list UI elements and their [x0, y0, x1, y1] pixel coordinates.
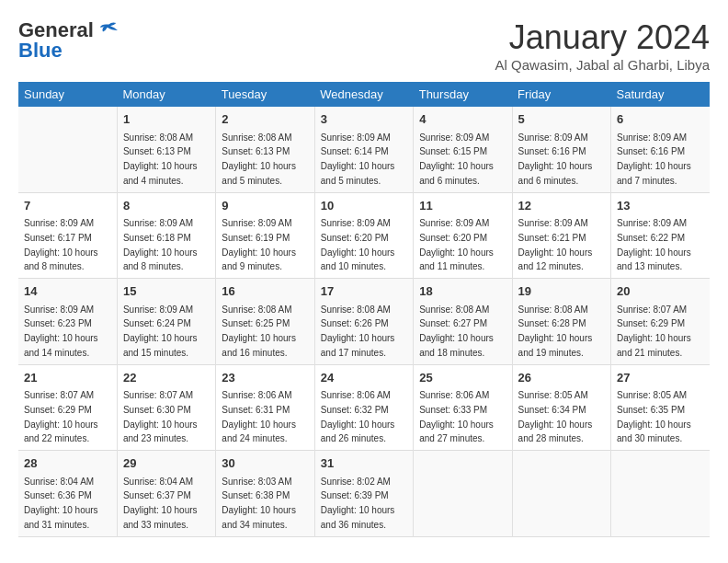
- calendar-cell: 16Sunrise: 8:08 AMSunset: 6:25 PMDayligh…: [216, 279, 314, 365]
- title-section: January 2024 Al Qawasim, Jabal al Gharbi…: [495, 18, 710, 73]
- day-number: 2: [222, 110, 308, 129]
- calendar-cell: [18, 107, 117, 192]
- calendar-cell: 3Sunrise: 8:09 AMSunset: 6:14 PMDaylight…: [314, 107, 413, 192]
- cell-info: Sunrise: 8:09 AMSunset: 6:20 PMDaylight:…: [321, 218, 395, 271]
- cell-info: Sunrise: 8:05 AMSunset: 6:34 PMDaylight:…: [518, 390, 593, 443]
- calendar-cell: 19Sunrise: 8:08 AMSunset: 6:28 PMDayligh…: [512, 279, 610, 365]
- calendar-week-row: 28Sunrise: 8:04 AMSunset: 6:36 PMDayligh…: [18, 451, 710, 537]
- calendar-week-row: 1Sunrise: 8:08 AMSunset: 6:13 PMDaylight…: [18, 107, 710, 192]
- cell-info: Sunrise: 8:03 AMSunset: 6:38 PMDaylight:…: [222, 477, 296, 530]
- day-number: 16: [222, 282, 308, 301]
- calendar-cell: 27Sunrise: 8:05 AMSunset: 6:35 PMDayligh…: [611, 364, 710, 451]
- calendar-cell: 31Sunrise: 8:02 AMSunset: 6:39 PMDayligh…: [314, 451, 413, 537]
- location-title: Al Qawasim, Jabal al Gharbi, Libya: [495, 57, 710, 73]
- day-number: 20: [617, 282, 704, 301]
- day-number: 24: [321, 369, 407, 387]
- calendar-cell: 30Sunrise: 8:03 AMSunset: 6:38 PMDayligh…: [216, 451, 314, 537]
- cell-info: Sunrise: 8:09 AMSunset: 6:23 PMDaylight:…: [24, 304, 98, 358]
- calendar-cell: 18Sunrise: 8:08 AMSunset: 6:27 PMDayligh…: [414, 279, 512, 365]
- calendar-cell: 1Sunrise: 8:08 AMSunset: 6:13 PMDaylight…: [117, 107, 215, 192]
- day-number: 30: [222, 454, 308, 473]
- header-thursday: Thursday: [414, 82, 512, 107]
- logo: General Blue: [18, 18, 118, 63]
- day-number: 26: [518, 369, 605, 387]
- cell-info: Sunrise: 8:06 AMSunset: 6:31 PMDaylight:…: [222, 390, 296, 443]
- header-monday: Monday: [117, 82, 215, 107]
- cell-info: Sunrise: 8:07 AMSunset: 6:29 PMDaylight:…: [617, 304, 691, 358]
- day-number: 10: [321, 197, 407, 215]
- cell-info: Sunrise: 8:04 AMSunset: 6:36 PMDaylight:…: [24, 477, 98, 530]
- calendar-cell: 12Sunrise: 8:09 AMSunset: 6:21 PMDayligh…: [512, 192, 610, 279]
- calendar-cell: 20Sunrise: 8:07 AMSunset: 6:29 PMDayligh…: [611, 279, 710, 365]
- calendar-cell: 11Sunrise: 8:09 AMSunset: 6:20 PMDayligh…: [414, 192, 512, 279]
- calendar-cell: 15Sunrise: 8:09 AMSunset: 6:24 PMDayligh…: [117, 279, 215, 365]
- calendar-cell: [414, 451, 512, 537]
- cell-info: Sunrise: 8:09 AMSunset: 6:20 PMDaylight:…: [419, 218, 494, 271]
- cell-info: Sunrise: 8:08 AMSunset: 6:13 PMDaylight:…: [222, 132, 296, 186]
- day-number: 15: [123, 282, 210, 301]
- calendar-header-row: Sunday Monday Tuesday Wednesday Thursday…: [18, 82, 710, 107]
- cell-info: Sunrise: 8:09 AMSunset: 6:17 PMDaylight:…: [24, 218, 98, 271]
- calendar-cell: 8Sunrise: 8:09 AMSunset: 6:18 PMDaylight…: [117, 192, 215, 279]
- day-number: 17: [321, 282, 407, 301]
- day-number: 13: [617, 197, 704, 215]
- day-number: 25: [419, 369, 506, 387]
- calendar-week-row: 7Sunrise: 8:09 AMSunset: 6:17 PMDaylight…: [18, 192, 710, 279]
- calendar-cell: 21Sunrise: 8:07 AMSunset: 6:29 PMDayligh…: [18, 364, 117, 451]
- cell-info: Sunrise: 8:07 AMSunset: 6:29 PMDaylight:…: [24, 390, 98, 443]
- cell-info: Sunrise: 8:05 AMSunset: 6:35 PMDaylight:…: [617, 390, 691, 443]
- header-saturday: Saturday: [611, 82, 710, 107]
- day-number: 21: [24, 369, 111, 387]
- day-number: 28: [24, 454, 111, 473]
- day-number: 19: [518, 282, 605, 301]
- header-wednesday: Wednesday: [314, 82, 413, 107]
- day-number: 27: [617, 369, 704, 387]
- day-number: 14: [24, 282, 111, 301]
- header-tuesday: Tuesday: [216, 82, 314, 107]
- day-number: 4: [419, 110, 506, 129]
- cell-info: Sunrise: 8:09 AMSunset: 6:16 PMDaylight:…: [617, 132, 691, 186]
- day-number: 11: [419, 197, 506, 215]
- logo-bird-icon: [96, 21, 118, 40]
- cell-info: Sunrise: 8:06 AMSunset: 6:32 PMDaylight:…: [321, 390, 395, 443]
- day-number: 12: [518, 197, 605, 215]
- day-number: 8: [123, 197, 210, 215]
- calendar-cell: [611, 451, 710, 537]
- calendar-cell: 14Sunrise: 8:09 AMSunset: 6:23 PMDayligh…: [18, 279, 117, 365]
- cell-info: Sunrise: 8:09 AMSunset: 6:24 PMDaylight:…: [123, 304, 198, 358]
- calendar-cell: 6Sunrise: 8:09 AMSunset: 6:16 PMDaylight…: [611, 107, 710, 192]
- cell-info: Sunrise: 8:09 AMSunset: 6:22 PMDaylight:…: [617, 218, 691, 271]
- month-title: January 2024: [495, 18, 710, 57]
- cell-info: Sunrise: 8:06 AMSunset: 6:33 PMDaylight:…: [419, 390, 494, 443]
- calendar-cell: 17Sunrise: 8:08 AMSunset: 6:26 PMDayligh…: [314, 279, 413, 365]
- page-header: General Blue January 2024 Al Qawasim, Ja…: [18, 18, 710, 73]
- day-number: 22: [123, 369, 210, 387]
- day-number: 5: [518, 110, 605, 129]
- cell-info: Sunrise: 8:09 AMSunset: 6:14 PMDaylight:…: [321, 132, 395, 186]
- cell-info: Sunrise: 8:08 AMSunset: 6:27 PMDaylight:…: [419, 304, 494, 358]
- cell-info: Sunrise: 8:09 AMSunset: 6:18 PMDaylight:…: [123, 218, 198, 271]
- calendar-cell: 24Sunrise: 8:06 AMSunset: 6:32 PMDayligh…: [314, 364, 413, 451]
- calendar-cell: 10Sunrise: 8:09 AMSunset: 6:20 PMDayligh…: [314, 192, 413, 279]
- calendar-cell: 22Sunrise: 8:07 AMSunset: 6:30 PMDayligh…: [117, 364, 215, 451]
- cell-info: Sunrise: 8:08 AMSunset: 6:26 PMDaylight:…: [321, 304, 395, 358]
- logo-blue: Blue: [18, 39, 63, 63]
- day-number: 6: [617, 110, 704, 129]
- calendar-cell: 5Sunrise: 8:09 AMSunset: 6:16 PMDaylight…: [512, 107, 610, 192]
- day-number: 7: [24, 197, 111, 215]
- cell-info: Sunrise: 8:04 AMSunset: 6:37 PMDaylight:…: [123, 477, 198, 530]
- calendar-cell: 26Sunrise: 8:05 AMSunset: 6:34 PMDayligh…: [512, 364, 610, 451]
- cell-info: Sunrise: 8:08 AMSunset: 6:13 PMDaylight:…: [123, 132, 198, 186]
- calendar-cell: 9Sunrise: 8:09 AMSunset: 6:19 PMDaylight…: [216, 192, 314, 279]
- cell-info: Sunrise: 8:02 AMSunset: 6:39 PMDaylight:…: [321, 477, 395, 530]
- calendar-cell: 13Sunrise: 8:09 AMSunset: 6:22 PMDayligh…: [611, 192, 710, 279]
- calendar-cell: [512, 451, 610, 537]
- calendar-week-row: 21Sunrise: 8:07 AMSunset: 6:29 PMDayligh…: [18, 364, 710, 451]
- cell-info: Sunrise: 8:09 AMSunset: 6:15 PMDaylight:…: [419, 132, 494, 186]
- cell-info: Sunrise: 8:08 AMSunset: 6:25 PMDaylight:…: [222, 304, 296, 358]
- day-number: 3: [321, 110, 407, 129]
- calendar-cell: 2Sunrise: 8:08 AMSunset: 6:13 PMDaylight…: [216, 107, 314, 192]
- calendar-cell: 29Sunrise: 8:04 AMSunset: 6:37 PMDayligh…: [117, 451, 215, 537]
- day-number: 23: [222, 369, 308, 387]
- header-sunday: Sunday: [18, 82, 117, 107]
